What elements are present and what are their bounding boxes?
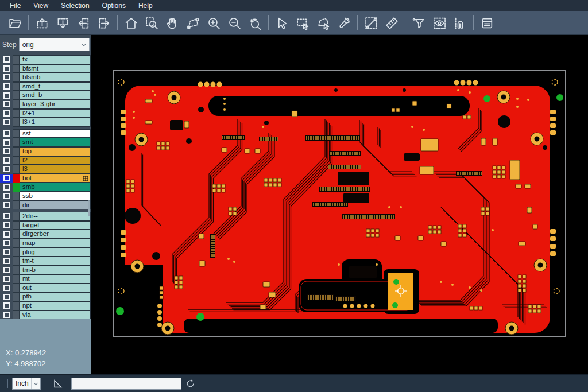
zoom-window-button[interactable] <box>141 14 162 32</box>
zoom-dynamic-button[interactable] <box>183 14 203 32</box>
layer-color-swatch[interactable] <box>13 247 20 257</box>
select-button[interactable] <box>272 14 292 32</box>
layer-color-swatch[interactable] <box>13 55 20 64</box>
layer-name-sst[interactable]: sst <box>20 129 91 138</box>
layer-name-fx[interactable]: fx <box>20 55 91 64</box>
layer-color-swatch[interactable] <box>13 156 20 165</box>
layer-checkbox-fx[interactable] <box>0 55 13 64</box>
layer-name-2dir--[interactable]: 2dir-- <box>20 212 91 221</box>
layer-name-tm-t[interactable]: tm-t <box>20 257 91 266</box>
layer-checkbox-bot[interactable] <box>0 174 13 183</box>
layer-name-map[interactable]: map <box>20 239 91 248</box>
layer-color-swatch[interactable] <box>13 147 20 156</box>
layer-color-swatch[interactable] <box>13 292 20 301</box>
layer-name-mt[interactable]: mt <box>20 274 91 284</box>
refresh-button[interactable] <box>183 377 197 390</box>
layer-name-via[interactable]: via <box>20 311 91 320</box>
filter-button[interactable] <box>408 14 429 32</box>
layer-name-layer_3.gbr[interactable]: layer_3.gbr <box>20 100 91 109</box>
layer-checkbox-pth[interactable] <box>0 292 13 301</box>
layer-color-swatch[interactable] <box>13 257 20 266</box>
grid-icon[interactable] <box>83 176 88 181</box>
angle-measure-button[interactable] <box>51 377 65 390</box>
layer-checkbox-map[interactable] <box>0 239 13 248</box>
layer-color-swatch[interactable] <box>13 82 20 91</box>
layer-checkbox-npt[interactable] <box>0 301 13 311</box>
step-select[interactable]: orig <box>19 38 90 51</box>
snap-button[interactable] <box>450 14 470 32</box>
layer-name-l3[interactable]: l3 <box>20 165 91 174</box>
command-input[interactable] <box>71 378 181 390</box>
layer-checkbox-smd_t[interactable] <box>0 82 13 91</box>
layer-color-swatch[interactable] <box>13 129 20 138</box>
pcb-canvas[interactable] <box>91 35 588 374</box>
layer-name-tm-b[interactable]: tm-b <box>20 266 91 275</box>
layer-name-bfsmt[interactable]: bfsmt <box>20 64 91 73</box>
layer-checkbox-sst[interactable] <box>0 129 13 138</box>
layer-checkbox-smt[interactable] <box>0 138 13 147</box>
layer-name-l2+1[interactable]: l2+1 <box>20 109 91 118</box>
layer-name-smb[interactable]: smb <box>20 183 91 192</box>
layer-color-swatch[interactable] <box>13 301 20 311</box>
menu-help[interactable]: Help <box>133 1 158 11</box>
layer-name-npt[interactable]: npt <box>20 301 91 311</box>
layer-name-out[interactable]: out <box>20 284 91 293</box>
layer-color-swatch[interactable] <box>13 183 20 192</box>
layer-name-smt[interactable]: smt <box>20 138 91 147</box>
menu-selection[interactable]: Selection <box>56 1 94 11</box>
layer-color-swatch[interactable] <box>13 201 20 210</box>
layer-checkbox-tm-t[interactable] <box>0 257 13 266</box>
menu-options[interactable]: Options <box>97 1 131 11</box>
layer-name-bfsmb[interactable]: bfsmb <box>20 73 91 82</box>
layer-name-top[interactable]: top <box>20 147 91 156</box>
layer-color-swatch[interactable] <box>13 118 20 127</box>
layer-color-swatch[interactable] <box>13 221 20 230</box>
select-rect-button[interactable] <box>292 14 313 32</box>
import-down-button[interactable] <box>52 14 73 32</box>
layer-checkbox-smb[interactable] <box>0 183 13 192</box>
layer-checkbox-out[interactable] <box>0 284 13 293</box>
select-poly-button[interactable] <box>313 14 334 32</box>
layer-color-swatch[interactable] <box>13 274 20 284</box>
layer-color-swatch[interactable] <box>13 284 20 293</box>
layer-checkbox-top[interactable] <box>0 147 13 156</box>
layer-color-swatch[interactable] <box>13 230 20 239</box>
layer-checkbox-target[interactable] <box>0 221 13 230</box>
layer-checkbox-bfsmt[interactable] <box>0 64 13 73</box>
export-right-button[interactable] <box>94 14 114 32</box>
zoom-out-button[interactable] <box>224 14 245 32</box>
layer-list-scrollbar[interactable] <box>88 200 90 216</box>
ruler-button[interactable] <box>381 14 402 32</box>
layer-name-bot[interactable]: bot <box>20 174 91 183</box>
layer-checkbox-via[interactable] <box>0 311 13 320</box>
layer-color-swatch[interactable] <box>13 212 20 221</box>
import-up-button[interactable] <box>32 14 52 32</box>
unit-select[interactable]: Inch <box>12 378 41 390</box>
layer-checkbox-dir[interactable] <box>0 201 13 210</box>
layer-name-l3+1[interactable]: l3+1 <box>20 118 91 127</box>
layer-name-smd_b[interactable]: smd_b <box>20 91 91 100</box>
export-left-button[interactable] <box>73 14 94 32</box>
layer-color-swatch[interactable] <box>13 109 20 118</box>
layer-color-swatch[interactable] <box>13 165 20 174</box>
clean-button[interactable] <box>334 14 354 32</box>
layer-color-swatch[interactable] <box>13 192 20 201</box>
layer-name-plug[interactable]: plug <box>20 247 91 257</box>
layer-color-swatch[interactable] <box>13 138 20 147</box>
layer-name-pth[interactable]: pth <box>20 292 91 301</box>
layer-checkbox-l3+1[interactable] <box>0 118 13 127</box>
layer-checkbox-layer_3.gbr[interactable] <box>0 100 13 109</box>
layer-color-swatch[interactable] <box>13 73 20 82</box>
home-button[interactable] <box>121 14 141 32</box>
layer-name-target[interactable]: target <box>20 221 91 230</box>
layer-name-smd_t[interactable]: smd_t <box>20 82 91 91</box>
report-button[interactable] <box>477 14 497 32</box>
layer-color-swatch[interactable] <box>13 91 20 100</box>
menu-file[interactable]: File <box>5 1 26 11</box>
layer-name-dir[interactable]: dir <box>20 201 91 210</box>
layer-checkbox-l3[interactable] <box>0 165 13 174</box>
layer-color-swatch[interactable] <box>13 174 20 183</box>
layer-checkbox-l2[interactable] <box>0 156 13 165</box>
layer-checkbox-2dir--[interactable] <box>0 212 13 221</box>
layer-color-swatch[interactable] <box>13 239 20 248</box>
